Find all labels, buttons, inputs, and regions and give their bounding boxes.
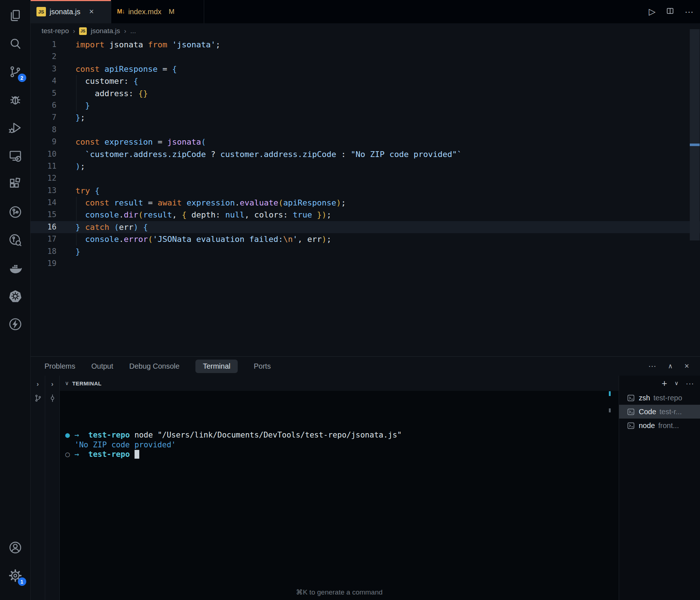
breadcrumb-separator: › — [73, 27, 75, 35]
terminal-token: test-repo — [88, 431, 130, 439]
terminal-token: test-repo — [88, 450, 130, 459]
tab-jsonata-js[interactable]: JS jsonata.js × — [31, 0, 111, 23]
terminal-tab-desc: test-r... — [660, 408, 682, 416]
code-line[interactable]: 19 — [31, 258, 700, 270]
split-editor-icon[interactable] — [666, 7, 674, 17]
tab-index-mdx[interactable]: M↓ index.mdx M — [111, 0, 204, 23]
code-line[interactable]: 4 customer: { — [31, 75, 700, 87]
code-line[interactable]: 17 console.error('JSONata evaluation fai… — [31, 233, 700, 245]
line-number: 14 — [31, 197, 57, 209]
collapsed-view-commit-graph[interactable]: › — [45, 376, 60, 600]
code-editor[interactable]: 1import jsonata from 'jsonata';23const a… — [31, 39, 700, 270]
mdx-file-icon: M↓ — [117, 8, 125, 15]
tab-close-icon[interactable]: × — [89, 7, 94, 16]
terminal-scroll-mark — [609, 408, 611, 412]
more-actions-icon[interactable]: ··· — [685, 7, 693, 16]
code-token — [100, 64, 104, 74]
debug-icon[interactable] — [7, 91, 24, 109]
source-control-icon[interactable]: 2 — [7, 63, 24, 81]
line-number: 7 — [31, 111, 57, 123]
accounts-icon[interactable] — [7, 539, 24, 556]
code-token: ( — [201, 137, 206, 146]
line-number: 1 — [31, 39, 57, 51]
code-line-content: } — [75, 99, 90, 111]
code-token: = — [158, 64, 172, 74]
code-line[interactable]: 5 address: {} — [31, 87, 700, 99]
tab-debug-console[interactable]: Debug Console — [129, 362, 180, 370]
extensions-icon[interactable] — [7, 175, 24, 193]
settings-gear-icon[interactable]: 1 — [7, 567, 24, 584]
code-token: await — [158, 198, 182, 207]
tab-terminal[interactable]: Terminal — [195, 360, 238, 373]
terminal-tab-node[interactable]: node front... — [619, 419, 700, 432]
run-file-icon[interactable]: ▷ — [649, 7, 656, 16]
code-line[interactable]: 9const expression = jsonata( — [31, 136, 700, 148]
breadcrumb-item-repo[interactable]: test-repo — [42, 27, 69, 35]
panel-more-icon[interactable]: ··· — [648, 361, 656, 371]
expand-chevron-icon[interactable]: › — [51, 380, 53, 388]
code-line-content: const expression = jsonata( — [75, 136, 206, 148]
tab-problems[interactable]: Problems — [44, 362, 75, 370]
terminal-token — [79, 431, 88, 439]
code-token: `customer.address.zipCode — [85, 150, 211, 159]
collapsed-view-source-control-graph[interactable]: › — [31, 376, 45, 600]
panel-maximize-icon[interactable]: ∧ — [668, 362, 673, 370]
terminal-token: 'No ZIP code provided' — [74, 440, 176, 449]
gitlens-icon[interactable] — [7, 203, 24, 221]
code-line[interactable]: 11); — [31, 160, 700, 172]
code-line-content: import jsonata from 'jsonata'; — [75, 39, 220, 51]
code-line[interactable]: 16} catch (err) { — [31, 221, 700, 233]
line-number: 2 — [31, 51, 57, 63]
code-token: , — [172, 210, 182, 219]
code-token — [109, 198, 114, 207]
code-line[interactable]: 6 } — [31, 99, 700, 111]
code-line[interactable]: 1import jsonata from 'jsonata'; — [31, 39, 700, 51]
code-token: import — [75, 40, 104, 49]
search-icon[interactable] — [7, 35, 24, 52]
code-line[interactable]: 13try { — [31, 185, 700, 197]
terminal-more-icon[interactable]: ··· — [686, 379, 694, 388]
code-line[interactable]: 3const apiResponse = { — [31, 63, 700, 75]
breadcrumb-item-file[interactable]: jsonata.js — [91, 27, 120, 35]
terminal-token — [70, 431, 75, 439]
editor-scrollbar[interactable] — [690, 29, 700, 240]
thunder-client-icon[interactable] — [7, 315, 24, 333]
code-line[interactable]: 14 const result = await expression.evalu… — [31, 197, 700, 209]
tab-ports[interactable]: Ports — [254, 362, 271, 370]
code-line[interactable]: 18} — [31, 246, 700, 258]
code-token — [167, 40, 172, 49]
kubernetes-icon[interactable] — [7, 287, 24, 305]
code-line[interactable]: 8 — [31, 124, 700, 136]
new-terminal-icon[interactable]: + — [662, 378, 667, 389]
panel-close-icon[interactable]: × — [684, 361, 689, 371]
terminal-content[interactable]: ● → test-repo node "/Users/link/Document… — [60, 391, 619, 600]
code-line[interactable]: 12 — [31, 172, 700, 184]
code-line[interactable]: 10 `customer.address.zipCode ? customer.… — [31, 148, 700, 160]
line-number: 12 — [31, 172, 57, 184]
breadcrumb-item-symbol[interactable]: ... — [130, 27, 136, 35]
terminal-tab-code[interactable]: Code test-r... — [619, 405, 700, 419]
code-line[interactable]: 15 console.dir(result, { depth: null, co… — [31, 209, 700, 221]
run-and-debug-icon[interactable] — [7, 119, 24, 137]
terminal-section-header[interactable]: ∨ TERMINAL — [60, 376, 619, 391]
code-token: { — [143, 223, 148, 232]
terminal-scroll-mark-success — [609, 391, 611, 396]
terminal-dropdown-icon[interactable]: ∨ — [674, 380, 678, 387]
code-token: customer.address.zipCode — [215, 150, 341, 159]
code-line-content: } — [75, 246, 80, 258]
chevron-down-icon[interactable]: ∨ — [65, 380, 69, 387]
expand-chevron-icon[interactable]: › — [36, 380, 39, 388]
docker-icon[interactable] — [7, 259, 24, 277]
terminal-tab-zsh[interactable]: zsh test-repo — [619, 391, 700, 405]
code-token: } — [75, 113, 80, 122]
code-line-content: address: {} — [75, 87, 148, 99]
tab-label: index.mdx — [128, 8, 162, 16]
tab-output[interactable]: Output — [91, 362, 113, 370]
cursor-ide-window: { "colors": { "accent_tab_top": "#f28069… — [0, 0, 700, 600]
remote-explorer-icon[interactable] — [7, 147, 24, 165]
gitlens-search-icon[interactable] — [7, 231, 24, 249]
code-token: ) — [75, 162, 80, 171]
code-line[interactable]: 2 — [31, 51, 700, 63]
explorer-icon[interactable] — [7, 7, 24, 24]
code-line[interactable]: 7}; — [31, 111, 700, 123]
